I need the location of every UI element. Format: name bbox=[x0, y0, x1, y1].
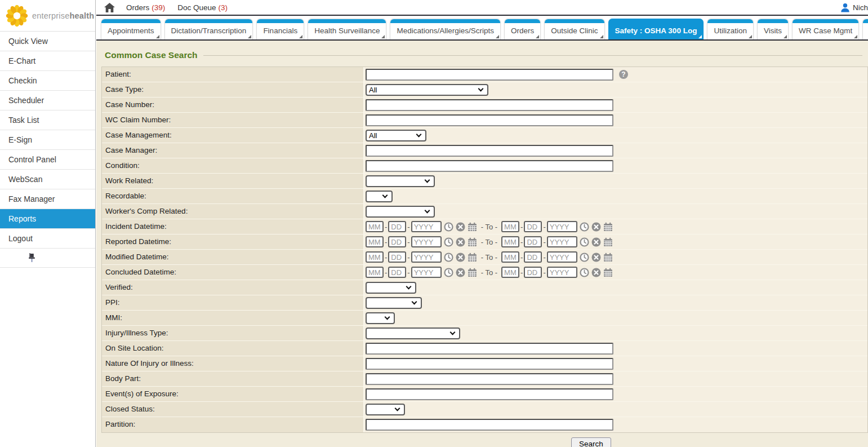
topbar-link-doc-queue[interactable]: Doc Queue (3) bbox=[177, 3, 228, 12]
sidebar-item-webscan[interactable]: WebScan bbox=[0, 170, 95, 189]
help-icon[interactable]: ? bbox=[619, 70, 628, 79]
tab-safety-osha-300-log[interactable]: Safety : OSHA 300 Log bbox=[608, 19, 704, 39]
day-field[interactable] bbox=[388, 251, 406, 263]
condition-input[interactable] bbox=[366, 160, 613, 172]
case-management-select[interactable]: All bbox=[366, 130, 426, 141]
patient-input[interactable] bbox=[366, 69, 613, 81]
calendar-icon[interactable] bbox=[603, 222, 613, 232]
month-field[interactable] bbox=[366, 267, 384, 278]
tab-medications-allergies-scripts[interactable]: Medications/Allergies/Scripts bbox=[390, 19, 501, 39]
clear-icon[interactable] bbox=[591, 222, 601, 232]
tab-dictation-transcription[interactable]: Dictation/Transcription bbox=[164, 19, 253, 39]
tab-health-surveillance[interactable]: Health Surveillance bbox=[308, 19, 386, 39]
month-field[interactable] bbox=[366, 236, 384, 247]
on-site-location-input[interactable] bbox=[366, 343, 613, 355]
month-field[interactable] bbox=[501, 221, 519, 232]
year-field[interactable] bbox=[411, 267, 442, 278]
year-field[interactable] bbox=[547, 267, 577, 278]
sidebar-item-quick-view[interactable]: Quick View bbox=[0, 32, 95, 51]
tab-visits[interactable]: Visits bbox=[757, 19, 789, 39]
clear-icon[interactable] bbox=[591, 253, 601, 262]
calendar-icon[interactable] bbox=[468, 268, 477, 277]
event-s-of-exposure-input[interactable] bbox=[366, 388, 613, 400]
calendar-icon[interactable] bbox=[603, 253, 613, 262]
calendar-icon[interactable] bbox=[468, 237, 477, 247]
tab-utilization[interactable]: Utilization bbox=[707, 19, 754, 39]
clear-icon[interactable] bbox=[591, 237, 601, 247]
calendar-icon[interactable] bbox=[603, 237, 613, 247]
recordable-select[interactable] bbox=[366, 191, 393, 202]
sidebar-item-checkin[interactable]: Checkin bbox=[0, 71, 95, 91]
month-field[interactable] bbox=[366, 251, 384, 263]
month-field[interactable] bbox=[501, 236, 519, 247]
year-field[interactable] bbox=[547, 221, 577, 232]
ppi-select[interactable] bbox=[366, 297, 422, 309]
form-row-nature-of-injury-or-illness: Nature Of Injury or Illness: bbox=[102, 356, 867, 371]
case-number-input[interactable] bbox=[366, 99, 613, 111]
clock-icon[interactable] bbox=[444, 222, 453, 232]
day-field[interactable] bbox=[524, 251, 542, 263]
day-field[interactable] bbox=[388, 236, 406, 247]
day-field[interactable] bbox=[524, 236, 542, 247]
partition-input[interactable] bbox=[366, 419, 613, 431]
case-manager-input[interactable] bbox=[366, 145, 613, 157]
month-field[interactable] bbox=[501, 251, 519, 263]
sidebar-item-fax-manager[interactable]: Fax Manager bbox=[0, 189, 95, 209]
clock-icon[interactable] bbox=[444, 253, 453, 262]
month-field[interactable] bbox=[366, 221, 384, 232]
day-field[interactable] bbox=[524, 221, 542, 232]
month-field[interactable] bbox=[501, 267, 519, 278]
tab-label: Visits bbox=[758, 26, 788, 39]
sidebar-item-control-panel[interactable]: Control Panel bbox=[0, 150, 95, 170]
year-field[interactable] bbox=[411, 236, 442, 247]
user-menu[interactable]: Nich bbox=[840, 3, 868, 12]
sidebar-item-scheduler[interactable]: Scheduler bbox=[0, 91, 95, 110]
tab-industrial-hygiene[interactable]: Industrial Hygiene bbox=[862, 19, 868, 39]
search-button[interactable]: Search bbox=[571, 437, 611, 447]
wc-claim-number-input[interactable] bbox=[366, 114, 613, 126]
clock-icon[interactable] bbox=[580, 253, 589, 262]
clock-icon[interactable] bbox=[580, 237, 589, 247]
sidebar-item-e-chart[interactable]: E-Chart bbox=[0, 51, 95, 71]
topbar-link-orders[interactable]: Orders (39) bbox=[126, 3, 165, 12]
work-related-select[interactable] bbox=[366, 175, 435, 187]
day-field[interactable] bbox=[524, 267, 542, 278]
sidebar-item-reports[interactable]: Reports bbox=[0, 209, 95, 229]
year-field[interactable] bbox=[547, 236, 577, 247]
case-type-select[interactable]: All bbox=[366, 84, 488, 96]
clock-icon[interactable] bbox=[444, 237, 453, 247]
home-icon[interactable] bbox=[104, 3, 115, 12]
tab-appointments[interactable]: Appointments bbox=[101, 19, 161, 39]
sidebar-item-logout[interactable]: Logout bbox=[0, 229, 95, 249]
clear-icon[interactable] bbox=[456, 253, 465, 262]
year-field[interactable] bbox=[411, 221, 442, 232]
body-part-input[interactable] bbox=[366, 373, 613, 385]
calendar-icon[interactable] bbox=[603, 268, 613, 277]
sidebar-item-e-sign[interactable]: E-Sign bbox=[0, 130, 95, 150]
tab-financials[interactable]: Financials bbox=[256, 19, 304, 39]
clock-icon[interactable] bbox=[580, 222, 589, 232]
tab-wr-case-mgmt[interactable]: WR Case Mgmt bbox=[792, 19, 859, 39]
calendar-icon[interactable] bbox=[468, 253, 477, 262]
clear-icon[interactable] bbox=[456, 237, 465, 247]
clear-icon[interactable] bbox=[591, 268, 601, 277]
clock-icon[interactable] bbox=[444, 268, 453, 277]
injury-illness-type-select[interactable] bbox=[366, 327, 460, 339]
day-field[interactable] bbox=[388, 267, 406, 278]
clear-icon[interactable] bbox=[456, 268, 465, 277]
mmi-select[interactable] bbox=[366, 312, 395, 324]
clear-icon[interactable] bbox=[456, 222, 465, 232]
year-field[interactable] bbox=[411, 251, 442, 263]
sidebar-pin-row[interactable] bbox=[0, 249, 95, 268]
sidebar-item-task-list[interactable]: Task List bbox=[0, 110, 95, 130]
day-field[interactable] bbox=[388, 221, 406, 232]
closed-status-select[interactable] bbox=[366, 404, 405, 415]
nature-of-injury-or-illness-input[interactable] bbox=[366, 358, 613, 370]
verified-select[interactable] bbox=[366, 282, 416, 294]
year-field[interactable] bbox=[547, 251, 577, 263]
tab-outside-clinic[interactable]: Outside Clinic bbox=[544, 19, 604, 39]
clock-icon[interactable] bbox=[580, 268, 589, 277]
worker-s-comp-related-select[interactable] bbox=[366, 206, 435, 218]
tab-orders[interactable]: Orders bbox=[504, 19, 541, 39]
calendar-icon[interactable] bbox=[468, 222, 477, 232]
